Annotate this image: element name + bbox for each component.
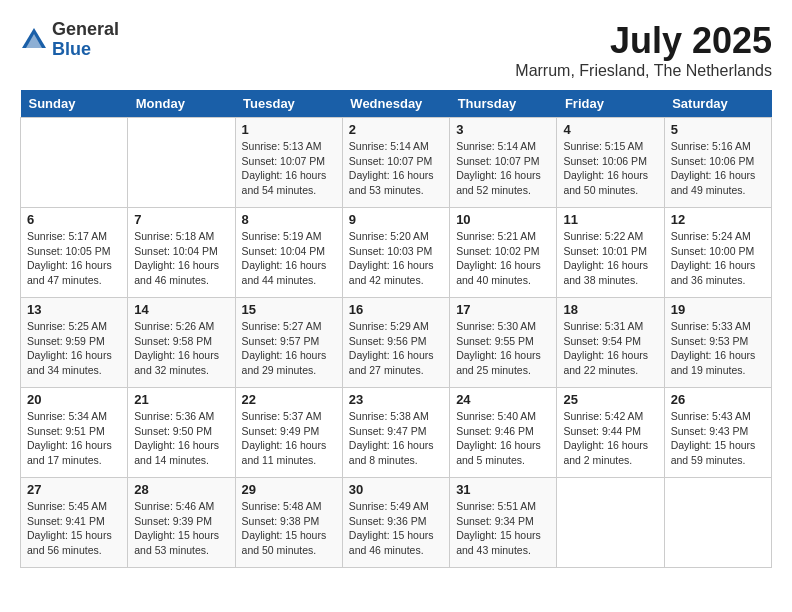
calendar-cell: 15Sunrise: 5:27 AM Sunset: 9:57 PM Dayli… bbox=[235, 298, 342, 388]
calendar-body: 1Sunrise: 5:13 AM Sunset: 10:07 PM Dayli… bbox=[21, 118, 772, 568]
day-number: 23 bbox=[349, 392, 443, 407]
day-of-week-header: Wednesday bbox=[342, 90, 449, 118]
day-of-week-header: Tuesday bbox=[235, 90, 342, 118]
calendar-cell bbox=[128, 118, 235, 208]
day-detail: Sunrise: 5:14 AM Sunset: 10:07 PM Daylig… bbox=[456, 139, 550, 198]
day-number: 22 bbox=[242, 392, 336, 407]
day-number: 2 bbox=[349, 122, 443, 137]
calendar-week-row: 6Sunrise: 5:17 AM Sunset: 10:05 PM Dayli… bbox=[21, 208, 772, 298]
day-number: 10 bbox=[456, 212, 550, 227]
day-detail: Sunrise: 5:13 AM Sunset: 10:07 PM Daylig… bbox=[242, 139, 336, 198]
day-detail: Sunrise: 5:37 AM Sunset: 9:49 PM Dayligh… bbox=[242, 409, 336, 468]
calendar-cell: 16Sunrise: 5:29 AM Sunset: 9:56 PM Dayli… bbox=[342, 298, 449, 388]
calendar-cell: 25Sunrise: 5:42 AM Sunset: 9:44 PM Dayli… bbox=[557, 388, 664, 478]
calendar-cell: 27Sunrise: 5:45 AM Sunset: 9:41 PM Dayli… bbox=[21, 478, 128, 568]
day-detail: Sunrise: 5:19 AM Sunset: 10:04 PM Daylig… bbox=[242, 229, 336, 288]
calendar-cell: 28Sunrise: 5:46 AM Sunset: 9:39 PM Dayli… bbox=[128, 478, 235, 568]
day-detail: Sunrise: 5:51 AM Sunset: 9:34 PM Dayligh… bbox=[456, 499, 550, 558]
day-number: 14 bbox=[134, 302, 228, 317]
day-detail: Sunrise: 5:46 AM Sunset: 9:39 PM Dayligh… bbox=[134, 499, 228, 558]
calendar-cell: 3Sunrise: 5:14 AM Sunset: 10:07 PM Dayli… bbox=[450, 118, 557, 208]
day-detail: Sunrise: 5:36 AM Sunset: 9:50 PM Dayligh… bbox=[134, 409, 228, 468]
calendar-cell: 14Sunrise: 5:26 AM Sunset: 9:58 PM Dayli… bbox=[128, 298, 235, 388]
day-of-week-header: Monday bbox=[128, 90, 235, 118]
day-detail: Sunrise: 5:18 AM Sunset: 10:04 PM Daylig… bbox=[134, 229, 228, 288]
calendar-table: SundayMondayTuesdayWednesdayThursdayFrid… bbox=[20, 90, 772, 568]
day-number: 5 bbox=[671, 122, 765, 137]
calendar-cell: 4Sunrise: 5:15 AM Sunset: 10:06 PM Dayli… bbox=[557, 118, 664, 208]
day-detail: Sunrise: 5:26 AM Sunset: 9:58 PM Dayligh… bbox=[134, 319, 228, 378]
location-title: Marrum, Friesland, The Netherlands bbox=[515, 62, 772, 80]
day-number: 6 bbox=[27, 212, 121, 227]
logo: General Blue bbox=[20, 20, 119, 60]
calendar-cell: 2Sunrise: 5:14 AM Sunset: 10:07 PM Dayli… bbox=[342, 118, 449, 208]
logo-text: General Blue bbox=[52, 20, 119, 60]
calendar-cell: 7Sunrise: 5:18 AM Sunset: 10:04 PM Dayli… bbox=[128, 208, 235, 298]
calendar-cell bbox=[21, 118, 128, 208]
day-number: 21 bbox=[134, 392, 228, 407]
day-number: 13 bbox=[27, 302, 121, 317]
day-number: 31 bbox=[456, 482, 550, 497]
day-detail: Sunrise: 5:43 AM Sunset: 9:43 PM Dayligh… bbox=[671, 409, 765, 468]
calendar-cell: 13Sunrise: 5:25 AM Sunset: 9:59 PM Dayli… bbox=[21, 298, 128, 388]
day-detail: Sunrise: 5:17 AM Sunset: 10:05 PM Daylig… bbox=[27, 229, 121, 288]
page-header: General Blue July 2025 Marrum, Friesland… bbox=[20, 20, 772, 80]
day-detail: Sunrise: 5:21 AM Sunset: 10:02 PM Daylig… bbox=[456, 229, 550, 288]
calendar-cell: 6Sunrise: 5:17 AM Sunset: 10:05 PM Dayli… bbox=[21, 208, 128, 298]
day-detail: Sunrise: 5:49 AM Sunset: 9:36 PM Dayligh… bbox=[349, 499, 443, 558]
calendar-cell: 30Sunrise: 5:49 AM Sunset: 9:36 PM Dayli… bbox=[342, 478, 449, 568]
day-detail: Sunrise: 5:22 AM Sunset: 10:01 PM Daylig… bbox=[563, 229, 657, 288]
day-number: 29 bbox=[242, 482, 336, 497]
calendar-cell: 17Sunrise: 5:30 AM Sunset: 9:55 PM Dayli… bbox=[450, 298, 557, 388]
day-number: 16 bbox=[349, 302, 443, 317]
day-number: 11 bbox=[563, 212, 657, 227]
day-number: 7 bbox=[134, 212, 228, 227]
calendar-cell: 9Sunrise: 5:20 AM Sunset: 10:03 PM Dayli… bbox=[342, 208, 449, 298]
calendar-cell bbox=[664, 478, 771, 568]
calendar-cell: 10Sunrise: 5:21 AM Sunset: 10:02 PM Dayl… bbox=[450, 208, 557, 298]
calendar-cell: 5Sunrise: 5:16 AM Sunset: 10:06 PM Dayli… bbox=[664, 118, 771, 208]
month-title: July 2025 bbox=[515, 20, 772, 62]
day-detail: Sunrise: 5:40 AM Sunset: 9:46 PM Dayligh… bbox=[456, 409, 550, 468]
calendar-cell: 24Sunrise: 5:40 AM Sunset: 9:46 PM Dayli… bbox=[450, 388, 557, 478]
calendar-cell: 22Sunrise: 5:37 AM Sunset: 9:49 PM Dayli… bbox=[235, 388, 342, 478]
day-detail: Sunrise: 5:24 AM Sunset: 10:00 PM Daylig… bbox=[671, 229, 765, 288]
day-number: 12 bbox=[671, 212, 765, 227]
day-detail: Sunrise: 5:20 AM Sunset: 10:03 PM Daylig… bbox=[349, 229, 443, 288]
calendar-week-row: 27Sunrise: 5:45 AM Sunset: 9:41 PM Dayli… bbox=[21, 478, 772, 568]
day-number: 20 bbox=[27, 392, 121, 407]
day-number: 4 bbox=[563, 122, 657, 137]
day-number: 15 bbox=[242, 302, 336, 317]
day-number: 3 bbox=[456, 122, 550, 137]
calendar-cell: 11Sunrise: 5:22 AM Sunset: 10:01 PM Dayl… bbox=[557, 208, 664, 298]
day-number: 9 bbox=[349, 212, 443, 227]
day-number: 1 bbox=[242, 122, 336, 137]
calendar-cell: 12Sunrise: 5:24 AM Sunset: 10:00 PM Dayl… bbox=[664, 208, 771, 298]
calendar-cell: 18Sunrise: 5:31 AM Sunset: 9:54 PM Dayli… bbox=[557, 298, 664, 388]
calendar-cell: 20Sunrise: 5:34 AM Sunset: 9:51 PM Dayli… bbox=[21, 388, 128, 478]
day-number: 8 bbox=[242, 212, 336, 227]
calendar-week-row: 1Sunrise: 5:13 AM Sunset: 10:07 PM Dayli… bbox=[21, 118, 772, 208]
day-number: 30 bbox=[349, 482, 443, 497]
calendar-week-row: 20Sunrise: 5:34 AM Sunset: 9:51 PM Dayli… bbox=[21, 388, 772, 478]
day-number: 17 bbox=[456, 302, 550, 317]
day-detail: Sunrise: 5:25 AM Sunset: 9:59 PM Dayligh… bbox=[27, 319, 121, 378]
calendar-cell: 31Sunrise: 5:51 AM Sunset: 9:34 PM Dayli… bbox=[450, 478, 557, 568]
calendar-cell: 19Sunrise: 5:33 AM Sunset: 9:53 PM Dayli… bbox=[664, 298, 771, 388]
calendar-cell: 26Sunrise: 5:43 AM Sunset: 9:43 PM Dayli… bbox=[664, 388, 771, 478]
calendar-header-row: SundayMondayTuesdayWednesdayThursdayFrid… bbox=[21, 90, 772, 118]
day-detail: Sunrise: 5:38 AM Sunset: 9:47 PM Dayligh… bbox=[349, 409, 443, 468]
day-number: 28 bbox=[134, 482, 228, 497]
calendar-cell: 1Sunrise: 5:13 AM Sunset: 10:07 PM Dayli… bbox=[235, 118, 342, 208]
day-number: 26 bbox=[671, 392, 765, 407]
day-number: 24 bbox=[456, 392, 550, 407]
day-number: 27 bbox=[27, 482, 121, 497]
day-number: 18 bbox=[563, 302, 657, 317]
day-detail: Sunrise: 5:15 AM Sunset: 10:06 PM Daylig… bbox=[563, 139, 657, 198]
calendar-cell: 21Sunrise: 5:36 AM Sunset: 9:50 PM Dayli… bbox=[128, 388, 235, 478]
day-detail: Sunrise: 5:45 AM Sunset: 9:41 PM Dayligh… bbox=[27, 499, 121, 558]
day-of-week-header: Saturday bbox=[664, 90, 771, 118]
calendar-cell: 29Sunrise: 5:48 AM Sunset: 9:38 PM Dayli… bbox=[235, 478, 342, 568]
day-of-week-header: Friday bbox=[557, 90, 664, 118]
day-detail: Sunrise: 5:42 AM Sunset: 9:44 PM Dayligh… bbox=[563, 409, 657, 468]
